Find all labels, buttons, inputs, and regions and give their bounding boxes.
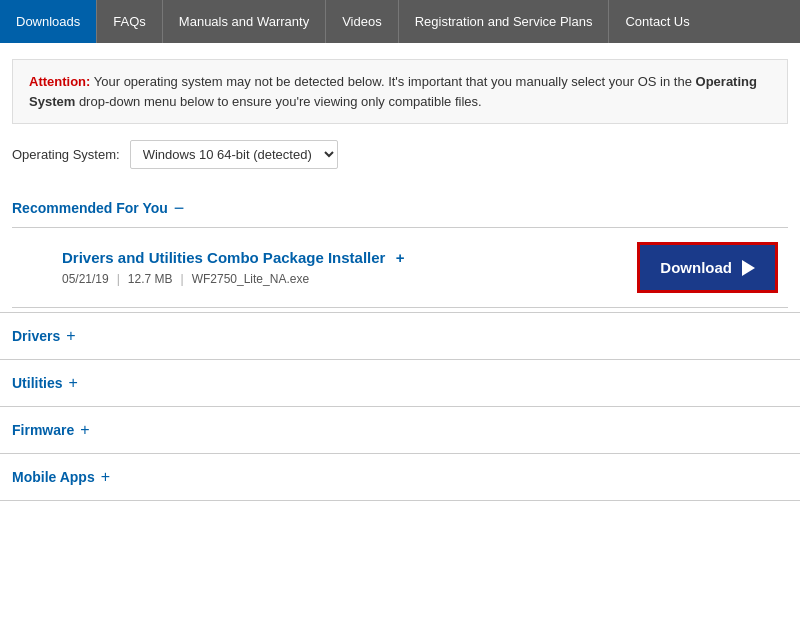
- download-info: Drivers and Utilities Combo Package Inst…: [12, 249, 637, 286]
- download-date: 05/21/19: [62, 272, 109, 286]
- separator2: |: [181, 272, 184, 286]
- toggle-icon: +: [101, 468, 110, 486]
- recommended-toggle: −: [174, 199, 185, 217]
- toggle-icon: +: [80, 421, 89, 439]
- download-meta: 05/21/19 | 12.7 MB | WF2750_Lite_NA.exe: [62, 272, 637, 286]
- expand-icon: +: [396, 249, 405, 266]
- section-firmware: Firmware +: [0, 406, 800, 453]
- os-label: Operating System:: [12, 147, 120, 162]
- section-header[interactable]: Utilities +: [12, 374, 788, 392]
- download-label: Download: [660, 259, 732, 276]
- nav-item-videos[interactable]: Videos: [326, 0, 399, 43]
- play-icon: [742, 260, 755, 276]
- section-drivers: Drivers +: [0, 312, 800, 359]
- download-size: 12.7 MB: [128, 272, 173, 286]
- nav-item-downloads[interactable]: Downloads: [0, 0, 97, 43]
- alert-message: Your operating system may not be detecte…: [94, 74, 696, 89]
- alert-message2: drop-down menu below to ensure you're vi…: [79, 94, 482, 109]
- os-select[interactable]: Windows 10 64-bit (detected)Windows 10 3…: [130, 140, 338, 169]
- section-header[interactable]: Mobile Apps +: [12, 468, 788, 486]
- toggle-icon: +: [69, 374, 78, 392]
- alert-box: Attention: Your operating system may not…: [12, 59, 788, 124]
- section-header[interactable]: Drivers +: [12, 327, 788, 345]
- nav-item-contact-us[interactable]: Contact Us: [609, 0, 705, 43]
- separator1: |: [117, 272, 120, 286]
- download-btn-wrapper: Download: [637, 242, 788, 293]
- nav-item-manuals-and-warranty[interactable]: Manuals and Warranty: [163, 0, 326, 43]
- os-row: Operating System: Windows 10 64-bit (det…: [12, 140, 788, 169]
- nav-bar: DownloadsFAQsManuals and WarrantyVideosR…: [0, 0, 800, 43]
- section-utilities: Utilities +: [0, 359, 800, 406]
- recommended-section: Recommended For You − Drivers and Utilit…: [0, 189, 800, 308]
- recommended-header[interactable]: Recommended For You −: [12, 199, 788, 227]
- nav-item-faqs[interactable]: FAQs: [97, 0, 163, 43]
- download-filename: WF2750_Lite_NA.exe: [192, 272, 309, 286]
- download-item: Drivers and Utilities Combo Package Inst…: [12, 227, 788, 308]
- nav-item-registration-and-service-plans[interactable]: Registration and Service Plans: [399, 0, 610, 43]
- sections-container: Drivers + Utilities + Firmware + Mobile …: [0, 312, 800, 501]
- download-button[interactable]: Download: [637, 242, 778, 293]
- section-mobile-apps: Mobile Apps +: [0, 453, 800, 501]
- download-title[interactable]: Drivers and Utilities Combo Package Inst…: [62, 249, 637, 266]
- recommended-title: Recommended For You: [12, 200, 168, 216]
- section-header[interactable]: Firmware +: [12, 421, 788, 439]
- alert-label: Attention:: [29, 74, 90, 89]
- toggle-icon: +: [66, 327, 75, 345]
